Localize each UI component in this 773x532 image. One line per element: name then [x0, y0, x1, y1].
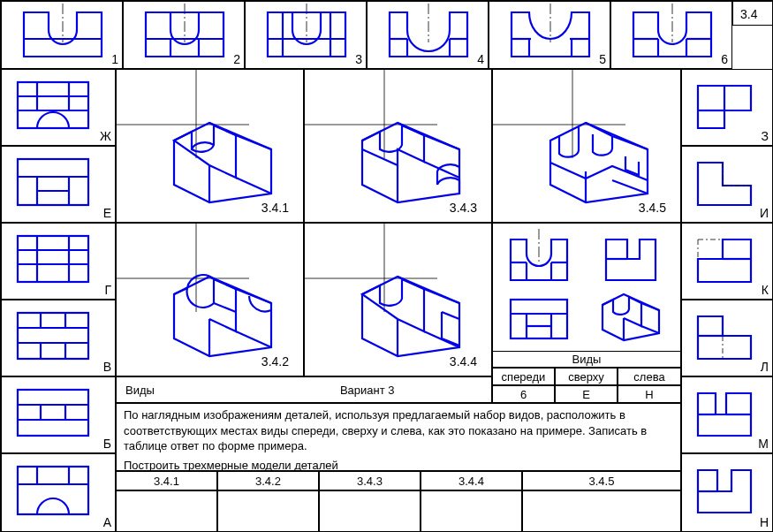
top-label-1: 1 — [111, 52, 118, 66]
right-label-k: К — [762, 283, 769, 297]
right-cell-l: Л — [681, 300, 773, 376]
right-cell-i: И — [681, 146, 773, 223]
iso-cell-5: 3.4.5 — [492, 69, 681, 223]
svg-rect-27 — [18, 82, 88, 128]
left-cell-a: А — [1, 453, 116, 532]
left-cell-v: В — [1, 300, 116, 376]
example-h1: спереди — [492, 368, 555, 385]
instruction-text: По наглядным изображениям деталей, испол… — [124, 407, 673, 454]
left-label-a: А — [103, 515, 111, 529]
right-cell-n: Н — [681, 453, 773, 532]
answer-blank-1[interactable] — [116, 490, 217, 532]
right-cell-k: К — [681, 223, 773, 300]
example-v3: Н — [618, 385, 681, 403]
svg-rect-44 — [18, 313, 88, 359]
iso-label-4: 3.4.4 — [450, 354, 477, 369]
iso-cell-3: 3.4.3 — [304, 69, 492, 223]
title-center: Вариант 3 — [340, 384, 395, 397]
instructions: По наглядным изображениям деталей, испол… — [116, 403, 681, 471]
top-cell-4: 4 — [367, 1, 489, 69]
iso-cell-4: 3.4.4 — [304, 223, 492, 376]
right-cell-z: З — [681, 69, 773, 146]
right-label-m: М — [758, 437, 769, 451]
top-cell-6: 6 — [610, 1, 732, 69]
answer-h-1: 3.4.1 — [116, 471, 217, 490]
left-label-zh: Ж — [100, 129, 111, 143]
top-cell-5: 5 — [489, 1, 610, 69]
answer-blank-3[interactable] — [319, 490, 421, 532]
iso-label-1: 3.4.1 — [261, 201, 289, 215]
title-row: Виды Вариант 3 — [116, 376, 492, 403]
iso-cell-1: 3.4.1 — [116, 69, 304, 223]
iso-label-2: 3.4.2 — [261, 354, 289, 369]
answer-blank-5[interactable] — [522, 490, 681, 532]
example-v2: Е — [555, 385, 618, 403]
right-cell-m: М — [681, 376, 773, 453]
answer-blank-4[interactable] — [421, 490, 522, 532]
top-label-3: 3 — [355, 52, 362, 66]
top-label-5: 5 — [599, 52, 606, 66]
example-views — [492, 223, 681, 351]
top-cell-3: 3 — [245, 1, 367, 69]
right-label-l: Л — [761, 360, 769, 374]
left-label-b: Б — [103, 437, 111, 451]
iso-label-5: 3.4.5 — [639, 201, 666, 215]
top-cell-1: 1 — [1, 1, 123, 69]
iso-label-3: 3.4.3 — [450, 201, 477, 215]
right-label-i: И — [760, 206, 769, 220]
example-title: Виды — [492, 351, 681, 368]
example-h2: сверху — [555, 368, 618, 385]
example-h3: слева — [618, 368, 681, 385]
left-label-v: В — [103, 360, 111, 374]
answer-blank-2[interactable] — [217, 490, 319, 532]
answer-h-5: 3.4.5 — [522, 471, 681, 490]
left-cell-g: Г — [1, 223, 116, 300]
page-number-box: 3.4 — [732, 1, 773, 26]
svg-rect-51 — [18, 390, 88, 436]
engineering-drawing-worksheet: 3.4 1 2 — [0, 0, 773, 532]
answer-h-4: 3.4.4 — [421, 471, 522, 490]
top-label-2: 2 — [233, 52, 240, 66]
svg-rect-32 — [18, 159, 88, 205]
page-number: 3.4 — [740, 7, 757, 21]
left-label-g: Г — [104, 283, 111, 297]
right-label-n: Н — [760, 515, 769, 529]
left-cell-e: Е — [1, 146, 116, 223]
left-cell-b: Б — [1, 376, 116, 453]
svg-rect-37 — [18, 236, 88, 282]
top-label-6: 6 — [721, 52, 728, 66]
left-label-e: Е — [103, 206, 111, 220]
left-cell-zh: Ж — [1, 69, 116, 146]
svg-rect-88 — [511, 300, 567, 338]
iso-cell-2: 3.4.2 — [116, 223, 304, 376]
answer-h-2: 3.4.2 — [217, 471, 319, 490]
right-label-z: З — [762, 129, 769, 143]
svg-rect-56 — [18, 467, 88, 514]
example-v1: 6 — [492, 385, 555, 403]
title-left: Виды — [125, 384, 155, 397]
top-cell-2: 2 — [123, 1, 245, 69]
answer-h-3: 3.4.3 — [319, 471, 421, 490]
top-label-4: 4 — [477, 52, 484, 66]
